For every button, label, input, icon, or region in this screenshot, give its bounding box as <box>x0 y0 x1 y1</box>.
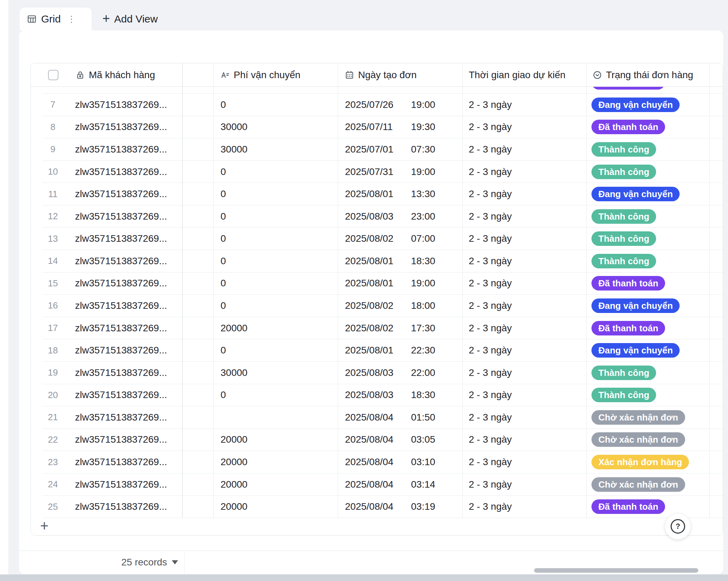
customer-code-cell[interactable]: zlw3571513837269... <box>75 367 167 378</box>
status-cell[interactable]: Đang vận chuyển <box>587 94 710 116</box>
shipping-fee-cell[interactable]: 30000 <box>214 138 338 160</box>
shipping-fee-cell[interactable]: 30000 <box>214 362 338 384</box>
table-row[interactable]: 8 zlw3571513837269... 30000 2025/07/11 1… <box>31 116 723 139</box>
status-cell[interactable]: Đang vận chuyển <box>587 295 710 317</box>
order-date-cell[interactable]: 2025/08/01 13:30 <box>338 183 463 205</box>
order-date-cell[interactable]: 2025/07/31 19:00 <box>338 161 463 183</box>
order-date-cell[interactable]: 2025/08/02 18:00 <box>338 295 463 317</box>
eta-cell[interactable]: 2 - 3 ngày <box>463 429 587 451</box>
header-hidden-column[interactable] <box>183 63 214 86</box>
shipping-fee-cell[interactable]: 20000 <box>214 429 338 451</box>
order-date-cell[interactable]: 2025/08/03 22:00 <box>338 362 463 384</box>
eta-cell[interactable]: 2 - 3 ngày <box>463 406 587 428</box>
add-row-button[interactable]: + <box>31 518 723 536</box>
hidden-column-cell[interactable] <box>183 161 214 183</box>
table-row[interactable]: 21 zlw3571513837269... 2025/08/04 01:50 … <box>31 406 723 429</box>
status-cell[interactable]: Đã thanh toán <box>587 116 710 138</box>
shipping-fee-cell[interactable]: 0 <box>214 94 338 116</box>
table-row[interactable]: 20 zlw3571513837269... 0 2025/08/03 18:3… <box>31 384 723 407</box>
order-date-cell[interactable]: 2025/08/04 01:50 <box>338 406 463 428</box>
status-cell[interactable]: Thành công <box>587 161 710 183</box>
eta-cell[interactable]: 2 - 3 ngày <box>463 205 587 228</box>
shipping-fee-cell[interactable]: 0 <box>214 295 338 317</box>
header-eta[interactable]: Thời gian giao dự kiến <box>463 63 587 86</box>
select-all-checkbox[interactable] <box>48 70 58 80</box>
customer-code-cell[interactable]: zlw3571513837269... <box>75 99 167 110</box>
status-cell[interactable]: Xác nhận đơn hàng <box>587 451 710 473</box>
hidden-column-cell[interactable] <box>183 94 214 116</box>
order-date-cell[interactable]: 2025/08/04 03:10 <box>338 451 463 473</box>
hidden-column-cell[interactable] <box>183 473 214 496</box>
table-row[interactable]: 15 zlw3571513837269... 0 2025/08/01 19:0… <box>31 273 723 295</box>
status-cell[interactable]: Thành công <box>587 250 710 272</box>
table-row[interactable]: 23 zlw3571513837269... 20000 2025/08/04 … <box>31 451 723 473</box>
table-row[interactable]: 9 zlw3571513837269... 30000 2025/07/01 0… <box>31 138 723 161</box>
hidden-column-cell[interactable] <box>183 138 214 160</box>
shipping-fee-cell[interactable]: 0 <box>214 228 338 250</box>
status-cell[interactable]: Đang vận chuyển <box>587 339 710 361</box>
hidden-column-cell[interactable] <box>183 451 214 473</box>
eta-cell[interactable]: 2 - 3 ngày <box>463 94 587 116</box>
table-row[interactable]: 16 zlw3571513837269... 0 2025/08/02 18:0… <box>31 295 723 317</box>
shipping-fee-cell[interactable]: 0 <box>214 339 338 361</box>
customer-code-cell[interactable]: zlw3571513837269... <box>75 323 167 334</box>
shipping-fee-cell[interactable]: 0 <box>214 384 338 406</box>
table-row[interactable]: 19 zlw3571513837269... 30000 2025/08/03 … <box>31 362 723 384</box>
shipping-fee-cell[interactable]: 0 <box>214 273 338 295</box>
status-cell[interactable]: Đang vận chuyển <box>587 183 710 205</box>
status-cell[interactable]: Đã thanh toán <box>587 496 710 518</box>
order-date-cell[interactable]: 2025/08/04 03:19 <box>338 496 463 518</box>
shipping-fee-cell[interactable]: 0 <box>214 183 338 205</box>
eta-cell[interactable]: 2 - 3 ngày <box>463 496 587 518</box>
hidden-column-cell[interactable] <box>183 362 214 384</box>
customer-code-cell[interactable]: zlw3571513837269... <box>75 434 167 445</box>
add-view-button[interactable]: + Add View <box>102 8 158 30</box>
customer-code-cell[interactable]: zlw3571513837269... <box>75 256 167 267</box>
table-row[interactable]: 24 zlw3571513837269... 20000 2025/08/04 … <box>31 473 723 496</box>
status-cell[interactable]: Đã thanh toán <box>587 273 710 295</box>
status-cell[interactable]: Thành công <box>587 228 710 250</box>
tab-options-icon[interactable]: ⋮ <box>67 15 76 24</box>
status-cell[interactable]: Thành công <box>587 362 710 384</box>
customer-code-cell[interactable]: zlw3571513837269... <box>75 121 167 132</box>
shipping-fee-cell[interactable]: 20000 <box>214 496 338 518</box>
hidden-column-cell[interactable] <box>183 384 214 406</box>
shipping-fee-cell[interactable]: 0 <box>214 161 338 183</box>
shipping-fee-cell[interactable]: 20000 <box>214 451 338 473</box>
customer-code-cell[interactable]: zlw3571513837269... <box>75 389 167 400</box>
eta-cell[interactable]: 2 - 3 ngày <box>463 250 587 272</box>
eta-cell[interactable]: 2 - 3 ngày <box>463 138 587 160</box>
table-row[interactable]: 12 zlw3571513837269... 0 2025/08/03 23:0… <box>31 205 723 228</box>
customer-code-cell[interactable]: zlw3571513837269... <box>75 188 167 200</box>
header-shipping-fee[interactable]: Phí vận chuyển <box>214 63 338 86</box>
eta-cell[interactable]: 2 - 3 ngày <box>463 183 587 205</box>
table-row[interactable]: 18 zlw3571513837269... 0 2025/08/01 22:3… <box>31 339 723 362</box>
tab-grid[interactable]: Grid ⋮ <box>20 8 92 30</box>
eta-cell[interactable]: 2 - 3 ngày <box>463 384 587 406</box>
customer-code-cell[interactable]: zlw3571513837269... <box>75 211 167 222</box>
shipping-fee-cell[interactable]: 20000 <box>214 473 338 496</box>
eta-cell[interactable]: 2 - 3 ngày <box>463 362 587 384</box>
order-date-cell[interactable]: 2025/07/26 19:00 <box>338 94 463 116</box>
customer-code-cell[interactable]: zlw3571513837269... <box>75 278 167 289</box>
hidden-column-cell[interactable] <box>183 339 214 361</box>
customer-code-cell[interactable]: zlw3571513837269... <box>75 412 167 423</box>
eta-cell[interactable]: 2 - 3 ngày <box>463 473 587 496</box>
order-date-cell[interactable]: 2025/08/03 23:00 <box>338 205 463 228</box>
order-date-cell[interactable]: 2025/08/01 18:30 <box>338 250 463 272</box>
table-row[interactable]: 25 zlw3571513837269... 20000 2025/08/04 … <box>31 496 723 518</box>
hidden-column-cell[interactable] <box>183 250 214 272</box>
customer-code-cell[interactable]: zlw3571513837269... <box>75 166 167 177</box>
customer-code-cell[interactable]: zlw3571513837269... <box>75 479 167 490</box>
status-cell[interactable]: Thành công <box>587 205 710 228</box>
eta-cell[interactable]: 2 - 3 ngày <box>463 339 587 361</box>
status-cell[interactable]: Chờ xác nhận đơn <box>587 473 710 496</box>
order-date-cell[interactable]: 2025/08/03 18:30 <box>338 384 463 406</box>
hidden-column-cell[interactable] <box>183 116 214 138</box>
eta-cell[interactable]: 2 - 3 ngày <box>463 161 587 183</box>
hidden-column-cell[interactable] <box>183 406 214 428</box>
customer-code-cell[interactable]: zlw3571513837269... <box>75 233 167 244</box>
table-row[interactable]: 13 zlw3571513837269... 0 2025/08/02 07:0… <box>31 228 723 250</box>
table-row[interactable]: 11 zlw3571513837269... 0 2025/08/01 13:3… <box>31 183 723 205</box>
order-date-cell[interactable]: 2025/08/04 03:14 <box>338 473 463 496</box>
